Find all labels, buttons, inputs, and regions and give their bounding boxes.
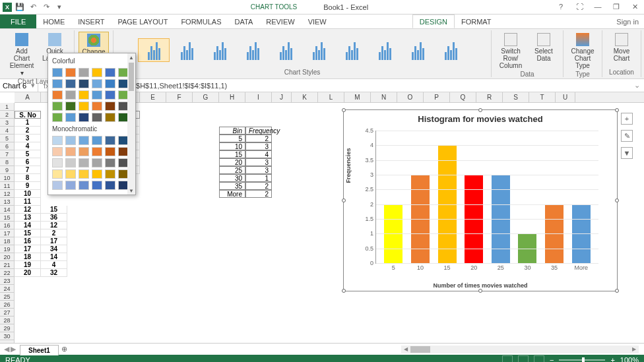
color-swatch[interactable]: [65, 68, 76, 77]
color-swatch[interactable]: [79, 102, 89, 111]
row-header[interactable]: 8: [0, 158, 14, 166]
cell[interactable]: 15: [15, 229, 41, 237]
cell[interactable]: Frequency: [245, 127, 272, 135]
row-header[interactable]: 6: [0, 142, 14, 150]
cell[interactable]: 3: [245, 142, 272, 150]
color-swatch[interactable]: [92, 136, 102, 145]
color-swatch[interactable]: [79, 147, 89, 156]
undo-icon[interactable]: ↶: [28, 2, 38, 13]
sheet-nav-next-icon[interactable]: ▶: [11, 345, 16, 353]
row-header[interactable]: 26: [0, 301, 14, 309]
column-header[interactable]: S: [503, 92, 529, 102]
column-header[interactable]: K: [292, 92, 318, 102]
sheet-nav-prev-icon[interactable]: ◀: [4, 345, 9, 353]
row-header[interactable]: 16: [0, 222, 14, 229]
column-header[interactable]: O: [397, 92, 424, 102]
chart-style-thumb[interactable]: [336, 38, 368, 62]
cell[interactable]: 17: [41, 237, 67, 245]
normal-view-icon[interactable]: [502, 355, 513, 362]
column-header[interactable]: E: [140, 92, 166, 102]
row-header[interactable]: 12: [0, 190, 14, 198]
color-swatch[interactable]: [92, 169, 102, 179]
chart-style-thumb[interactable]: [270, 38, 302, 62]
row-header[interactable]: 9: [0, 166, 14, 174]
color-swatch[interactable]: [92, 181, 102, 190]
color-swatch[interactable]: [105, 147, 115, 156]
column-header[interactable]: J: [272, 92, 292, 102]
color-swatch[interactable]: [92, 113, 102, 122]
color-swatch[interactable]: [92, 102, 102, 111]
chart-title[interactable]: Histogram for movies watched: [344, 110, 617, 128]
color-swatch[interactable]: [92, 79, 102, 88]
cell[interactable]: 2: [245, 135, 272, 142]
chart-xlabel[interactable]: Number of times movies watched: [344, 282, 617, 289]
column-header[interactable]: N: [371, 92, 397, 102]
color-swatch[interactable]: [65, 136, 76, 145]
cell[interactable]: 8: [15, 174, 41, 182]
cell[interactable]: 2: [15, 127, 41, 135]
row-header[interactable]: 7: [0, 150, 14, 158]
column-header[interactable]: A: [15, 92, 41, 102]
color-swatch[interactable]: [65, 158, 76, 167]
cell[interactable]: 5: [15, 150, 41, 158]
color-swatch[interactable]: [52, 68, 63, 77]
color-swatch[interactable]: [79, 68, 89, 77]
color-swatch[interactable]: [65, 102, 76, 111]
tab-view[interactable]: VIEW: [302, 15, 333, 28]
cell[interactable]: 25: [219, 166, 245, 174]
chart-style-thumb[interactable]: [138, 38, 170, 62]
row-header[interactable]: 29: [0, 324, 14, 332]
chart-style-thumb[interactable]: [171, 38, 203, 62]
column-header[interactable]: U: [556, 92, 575, 102]
cell[interactable]: 30: [219, 174, 245, 182]
cell[interactable]: 14: [15, 222, 41, 229]
row-header[interactable]: 5: [0, 135, 14, 142]
row-header[interactable]: 15: [0, 214, 14, 222]
chart-style-thumb[interactable]: [303, 38, 335, 62]
cell[interactable]: 10: [219, 142, 245, 150]
color-swatch[interactable]: [79, 79, 89, 88]
row-header[interactable]: 24: [0, 285, 14, 293]
color-swatch[interactable]: [52, 102, 63, 111]
cell[interactable]: 14: [41, 253, 67, 261]
row-header[interactable]: 23: [0, 277, 14, 285]
column-header[interactable]: R: [476, 92, 503, 102]
cell[interactable]: 34: [41, 245, 67, 253]
tab-file[interactable]: FILE: [0, 15, 36, 28]
chart-style-thumb[interactable]: [204, 38, 236, 62]
restore-icon[interactable]: ❐: [610, 3, 623, 11]
zoom-level[interactable]: 100%: [620, 356, 639, 362]
chart-elements-button[interactable]: +: [621, 113, 633, 125]
chart-filter-button[interactable]: ▼: [621, 147, 633, 159]
row-header[interactable]: 27: [0, 309, 14, 317]
cell[interactable]: 1: [15, 119, 41, 127]
column-header[interactable]: T: [529, 92, 556, 102]
row-header[interactable]: 21: [0, 261, 14, 269]
zoom-in-icon[interactable]: +: [610, 356, 614, 362]
cell[interactable]: 2: [245, 182, 272, 190]
chart-style-thumb[interactable]: [435, 38, 467, 62]
cell[interactable]: More: [219, 190, 245, 198]
color-swatch[interactable]: [52, 90, 63, 100]
cell[interactable]: 6: [15, 158, 41, 166]
select-data-button[interactable]: Select Data: [529, 32, 559, 71]
add-chart-element-button[interactable]: Add Chart Element ▾: [7, 32, 37, 78]
tab-formulas[interactable]: FORMULAS: [174, 15, 228, 28]
chart-style-thumb[interactable]: [402, 38, 434, 62]
row-header[interactable]: 3: [0, 119, 14, 127]
cell[interactable]: 15: [219, 150, 245, 158]
color-swatch[interactable]: [52, 181, 63, 190]
column-header[interactable]: I: [245, 92, 272, 102]
chart-ylabel[interactable]: Frequencies: [345, 148, 352, 183]
color-swatch[interactable]: [65, 90, 76, 100]
sheet-tab[interactable]: Sheet1: [20, 345, 59, 355]
row-header[interactable]: 1: [0, 103, 14, 111]
dropdown-scrollbar[interactable]: ▲ ▼: [127, 53, 135, 195]
color-swatch[interactable]: [105, 136, 115, 145]
ribbon-display-icon[interactable]: ⛶: [573, 3, 586, 11]
color-swatch[interactable]: [105, 158, 115, 167]
column-header[interactable]: F: [166, 92, 193, 102]
cell[interactable]: 2: [41, 229, 67, 237]
cell[interactable]: 13: [15, 214, 41, 222]
color-swatch[interactable]: [52, 113, 63, 122]
